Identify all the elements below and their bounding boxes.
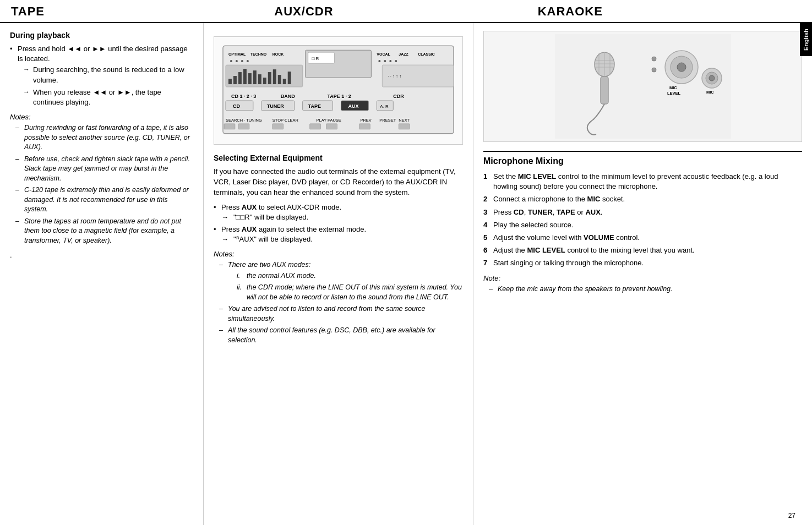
mic-level-bold-1: MIC LEVEL [518, 172, 556, 181]
svg-text:PLAY  PAUSE: PLAY PAUSE [317, 118, 341, 123]
aux-note-3: All the sound control features (e.g. DSC… [219, 326, 463, 345]
svg-text:· · ↑ ↑ ↑: · · ↑ ↑ ↑ [388, 74, 401, 79]
tape-note-2: Before use, check and tighten slack tape… [15, 155, 193, 184]
aux-note-1-ii: the CDR mode; where the LINE OUT of this… [237, 283, 463, 302]
aux-section-heading: Selecting External Equipment [214, 154, 463, 162]
aux-sub-2: "ᴿAUX" will be displayed. [221, 234, 463, 244]
karaoke-tab-header: KARAOKE [538, 4, 801, 19]
svg-point-15 [384, 60, 386, 62]
svg-text:MIC: MIC [669, 85, 677, 90]
top-bar: TAPE AUX/CDR KARAOKE [0, 0, 812, 23]
aux-bullet-1: Press AUX to select AUX-CDR mode. "□□R" … [214, 203, 463, 222]
svg-rect-24 [253, 70, 257, 84]
svg-text:TAPE: TAPE [308, 103, 321, 109]
karaoke-steps-list: Set the MIC LEVEL control to the minimum… [483, 172, 802, 269]
svg-point-16 [389, 60, 391, 62]
svg-rect-55 [238, 124, 249, 129]
mic-level-bold-2: MIC LEVEL [527, 246, 565, 254]
forward-icon-text: ►► [92, 45, 106, 53]
english-side-tab: English [800, 23, 812, 56]
page-number: 27 [788, 512, 795, 519]
svg-point-69 [709, 75, 715, 81]
svg-text:BAND: BAND [281, 94, 295, 99]
svg-point-12 [241, 60, 243, 62]
svg-rect-59 [359, 124, 370, 129]
tape-tab-header: TAPE [11, 4, 274, 19]
tape-notes-list: During rewinding or fast forwarding of a… [15, 123, 193, 245]
svg-point-14 [378, 60, 380, 62]
svg-rect-58 [326, 124, 337, 129]
tape-sub-1: During searching, the sound is reduced t… [23, 65, 193, 85]
svg-text:MIC: MIC [706, 90, 714, 95]
karaoke-note-1: Keep the mic away from the speakers to p… [489, 285, 802, 294]
svg-rect-21 [238, 72, 242, 84]
karaoke-step-3: Press CD, TUNER, TAPE or AUX. [483, 207, 802, 217]
svg-text:JAZZ: JAZZ [399, 52, 408, 56]
aux-notes-heading: Notes: [214, 250, 463, 258]
svg-text:ROCK: ROCK [273, 52, 284, 56]
aux-note-1-subs: the normal AUX mode. the CDR mode; where… [237, 271, 463, 303]
svg-text:VOCAL: VOCAL [377, 52, 390, 56]
tape-sub-list: During searching, the sound is reduced t… [23, 65, 193, 107]
svg-text:NEXT: NEXT [399, 118, 410, 123]
svg-rect-19 [228, 79, 232, 84]
aux-note-1: There are two AUX modes: the normal AUX … [219, 260, 463, 302]
aux-column: □ R OPTIMAL TECHNO ROCK VOCAL JAZZ CLASS… [204, 23, 473, 525]
svg-rect-56 [273, 124, 284, 129]
svg-rect-30 [283, 79, 286, 84]
tape-note-3: C-120 tape is extremely thin and is easi… [15, 185, 193, 215]
karaoke-title: KARAOKE [538, 4, 801, 19]
tape-bullet-list: Press and hold ◄◄ or ►► until the desire… [10, 44, 193, 107]
tape-bullet-1: Press and hold ◄◄ or ►► until the desire… [10, 44, 193, 107]
tape-title: TAPE [11, 4, 274, 19]
tape-notes-heading: Notes: [10, 113, 193, 121]
volume-bold: VOLUME [584, 233, 614, 242]
svg-text:TUNER: TUNER [267, 103, 284, 109]
tape-sub-2: When you release ◄◄ or ►►, the tape cont… [23, 88, 193, 107]
aux-bold-2: AUX [242, 225, 257, 233]
during-playback-heading: During playback [10, 31, 193, 40]
karaoke-notes-list: Keep the mic away from the speakers to p… [489, 285, 802, 294]
svg-point-11 [236, 60, 238, 62]
svg-rect-22 [243, 69, 247, 84]
aux-device-image: □ R OPTIMAL TECHNO ROCK VOCAL JAZZ CLASS… [214, 36, 463, 145]
svg-point-64 [677, 63, 686, 72]
karaoke-step-6: Adjust the MIC LEVEL control to the mixi… [483, 245, 802, 255]
tape-bold: TAPE [557, 208, 575, 216]
karaoke-note-heading: Note: [483, 274, 802, 282]
karaoke-step-7: Start singing or talking through the mic… [483, 258, 802, 268]
aux-bold: AUX [585, 208, 600, 216]
svg-point-79 [652, 57, 656, 61]
aux-device-svg: □ R OPTIMAL TECHNO ROCK VOCAL JAZZ CLASS… [217, 40, 459, 139]
svg-text:SEARCH · TUNING: SEARCH · TUNING [226, 118, 262, 123]
karaoke-step-5: Adjust the volume level with VOLUME cont… [483, 233, 802, 243]
svg-rect-57 [310, 124, 321, 129]
aux-sub-1: "□□R" will be displayed. [221, 212, 463, 222]
karaoke-step-1: Set the MIC LEVEL control to the minimum… [483, 172, 802, 192]
svg-rect-27 [268, 72, 271, 84]
english-label: English [803, 29, 809, 51]
aux-note-1-i: the normal AUX mode. [237, 271, 463, 281]
aux-bullet-2: Press AUX again to select the external m… [214, 225, 463, 244]
svg-text:LEVEL: LEVEL [667, 91, 681, 96]
aux-bold-1: AUX [242, 203, 257, 211]
cd-bold: CD [514, 208, 524, 216]
tape-note-1: During rewinding or fast forwarding of a… [15, 123, 193, 152]
svg-rect-23 [248, 73, 252, 84]
svg-text:PRESET: PRESET [379, 118, 396, 123]
karaoke-step-2: Connect a microphone to the MIC socket. [483, 194, 802, 204]
aux-body-text: If you have connected the audio out term… [214, 167, 463, 198]
svg-text:□ R: □ R [312, 56, 319, 61]
aux-bullet-list: Press AUX to select AUX-CDR mode. "□□R" … [214, 203, 463, 245]
svg-text:A. R: A. R [380, 104, 389, 109]
svg-text:CD 1 · 2 · 3: CD 1 · 2 · 3 [231, 94, 256, 99]
mic-bold: MIC [587, 195, 601, 203]
svg-rect-54 [224, 124, 235, 129]
svg-text:CD: CD [233, 103, 240, 109]
karaoke-img-area: MIC LEVEL MIC [484, 31, 802, 141]
svg-point-80 [652, 68, 656, 72]
aux-title: AUX/CDR [274, 4, 537, 19]
svg-rect-29 [278, 75, 281, 84]
tape-column: During playback Press and hold ◄◄ or ►► … [0, 23, 204, 525]
svg-text:STOP·CLEAR: STOP·CLEAR [273, 118, 299, 123]
